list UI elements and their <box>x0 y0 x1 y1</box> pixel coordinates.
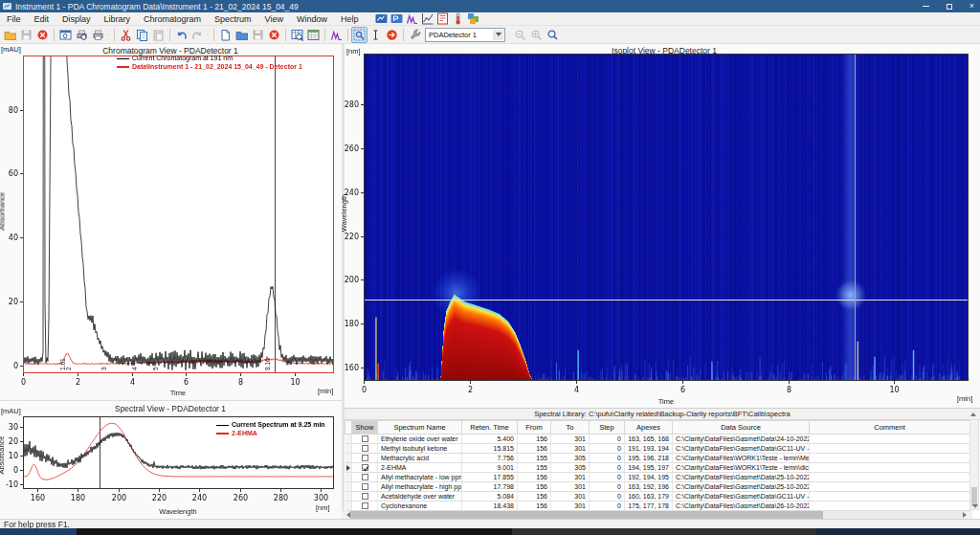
column-header-spectrum-name[interactable]: Spectrum Name <box>378 421 462 435</box>
name-cell[interactable]: 2-EHMA <box>378 463 462 473</box>
to-cell[interactable]: 301 <box>551 444 590 454</box>
reten-cell[interactable]: 9.001 <box>462 463 518 473</box>
reten-cell[interactable]: 18.438 <box>462 502 518 511</box>
from-cell[interactable]: 155 <box>518 454 551 463</box>
detector-select[interactable]: PDADetector 1 <box>425 28 505 42</box>
device-monitor-button[interactable] <box>452 12 464 25</box>
hscroll-track[interactable] <box>350 511 963 519</box>
menu-library[interactable]: Library <box>98 13 138 25</box>
reten-cell[interactable]: 17.798 <box>462 482 518 492</box>
column-header-apexes[interactable]: Apexes <box>625 421 673 435</box>
apexes-cell[interactable]: 194, 195, 197 <box>625 463 673 473</box>
scroll-down-icon[interactable] <box>972 504 978 508</box>
menu-spectrum[interactable]: Spectrum <box>208 13 258 25</box>
show-cell[interactable] <box>352 444 378 454</box>
checkbox-unchecked[interactable] <box>362 483 368 490</box>
table-vertical-scrollbar[interactable] <box>969 419 979 510</box>
comment-cell[interactable] <box>810 482 970 492</box>
table-button[interactable] <box>305 27 322 43</box>
ibeam-button[interactable] <box>368 27 384 43</box>
menu-display[interactable]: Display <box>56 13 98 25</box>
reten-cell[interactable]: 15.815 <box>462 444 518 454</box>
windows-button[interactable] <box>467 12 479 25</box>
row-gutter[interactable] <box>345 435 352 444</box>
peaks-button[interactable] <box>406 12 418 25</box>
checkbox-checked[interactable] <box>362 464 368 471</box>
name-cell[interactable]: Allyl methacrylate - high ppm <box>378 482 462 492</box>
step-cell[interactable]: 0 <box>590 502 625 511</box>
from-cell[interactable]: 156 <box>518 473 551 482</box>
source-cell[interactable]: C:\Clarity\DataFiles\Gasmet\Data\GC11-UV… <box>673 492 810 502</box>
to-cell[interactable]: 301 <box>551 502 590 511</box>
show-cell[interactable] <box>352 454 378 463</box>
to-cell[interactable]: 301 <box>551 482 590 492</box>
isoplot-canvas[interactable] <box>345 54 980 410</box>
checkbox-unchecked[interactable] <box>362 445 368 452</box>
checkbox-unchecked[interactable] <box>362 502 368 509</box>
column-header-to[interactable]: To <box>551 421 590 435</box>
table-row[interactable]: Methacrylic acid7.7561553050195, 196, 21… <box>345 454 970 463</box>
chromatogram-plot-canvas[interactable] <box>0 54 342 400</box>
table-row[interactable]: 2-EHMA9.0011553050194, 195, 197C:\Clarit… <box>345 463 970 473</box>
reten-cell[interactable]: 7.756 <box>462 454 518 463</box>
scroll-right-icon[interactable] <box>963 512 972 518</box>
menu-file[interactable]: File <box>0 13 28 25</box>
row-gutter[interactable] <box>345 473 352 482</box>
zoom-menu-button[interactable] <box>545 27 561 43</box>
undo-button[interactable] <box>173 27 189 43</box>
comment-cell[interactable] <box>810 444 970 454</box>
column-header-step[interactable]: Step <box>590 421 625 435</box>
minimize-button[interactable] <box>923 0 929 12</box>
table-horizontal-scrollbar[interactable] <box>341 511 972 519</box>
pda-method-button[interactable] <box>390 12 403 25</box>
comment-cell[interactable] <box>810 454 970 463</box>
reten-cell[interactable]: 5.400 <box>462 435 518 444</box>
copy-button[interactable] <box>134 27 150 43</box>
checkbox-unchecked[interactable] <box>362 474 368 480</box>
row-gutter[interactable] <box>345 492 352 502</box>
table-row[interactable]: Allyl methacrylate - low ppm17.855156301… <box>345 473 970 482</box>
maximize-button[interactable] <box>947 0 952 12</box>
open-folder-button[interactable] <box>2 27 18 43</box>
table-row[interactable]: Cyclohexanone18.4381563010175, 177, 178C… <box>345 502 970 511</box>
collapse-up-icon[interactable] <box>970 412 976 416</box>
comment-cell[interactable] <box>810 502 970 511</box>
to-cell[interactable]: 301 <box>551 473 590 482</box>
comment-cell[interactable] <box>810 463 970 473</box>
calibration-button[interactable] <box>421 12 434 25</box>
to-cell[interactable]: 305 <box>551 463 590 473</box>
apexes-cell[interactable]: 195, 196, 218 <box>625 454 673 463</box>
source-cell[interactable]: C:\Clarity\DataFiles\WORK1\Teste - lemn\… <box>673 463 810 473</box>
table-row[interactable]: Acetaldehyde over water5.0841563010160, … <box>345 492 970 502</box>
step-cell[interactable]: 0 <box>590 454 625 463</box>
column-header-from[interactable]: From <box>518 421 551 435</box>
table-row[interactable]: Methyl isobutyl ketone15.8151563010191, … <box>345 444 970 454</box>
menu-view[interactable]: View <box>258 13 290 25</box>
show-cell[interactable] <box>352 435 378 444</box>
table-row[interactable]: Ethylene oxide over water5.4001563010163… <box>345 435 970 444</box>
to-cell[interactable]: 301 <box>551 492 590 502</box>
print-button[interactable] <box>90 27 106 43</box>
checkbox-unchecked[interactable] <box>362 435 368 442</box>
comment-cell[interactable] <box>810 492 970 502</box>
new-page-button[interactable] <box>217 27 234 43</box>
source-cell[interactable]: C:\Clarity\DataFiles\Gasmet\Data\25-10-2… <box>673 473 810 482</box>
table-row[interactable]: Allyl methacrylate - high ppm17.79815630… <box>345 482 970 492</box>
step-cell[interactable]: 0 <box>590 463 625 473</box>
name-cell[interactable]: Cyclohexanone <box>378 502 462 511</box>
from-cell[interactable]: 156 <box>518 482 551 492</box>
name-cell[interactable]: Acetaldehyde over water <box>378 492 462 502</box>
name-cell[interactable]: Methacrylic acid <box>378 454 462 463</box>
hscroll-thumb[interactable] <box>350 511 823 519</box>
apexes-cell[interactable]: 163, 165, 168 <box>625 435 673 444</box>
scroll-left-icon[interactable] <box>341 512 350 518</box>
menu-chromatogram[interactable]: Chromatogram <box>137 13 208 25</box>
step-cell[interactable]: 0 <box>590 435 625 444</box>
column-header-reten-time[interactable]: Reten. Time <box>462 421 518 435</box>
drop-button[interactable] <box>106 27 111 43</box>
table-find-button[interactable] <box>289 27 305 43</box>
from-cell[interactable]: 156 <box>518 435 551 444</box>
open-blue-button[interactable] <box>234 27 250 43</box>
peaks-purple-button[interactable] <box>328 27 345 43</box>
name-cell[interactable]: Allyl methacrylate - low ppm <box>378 473 462 482</box>
